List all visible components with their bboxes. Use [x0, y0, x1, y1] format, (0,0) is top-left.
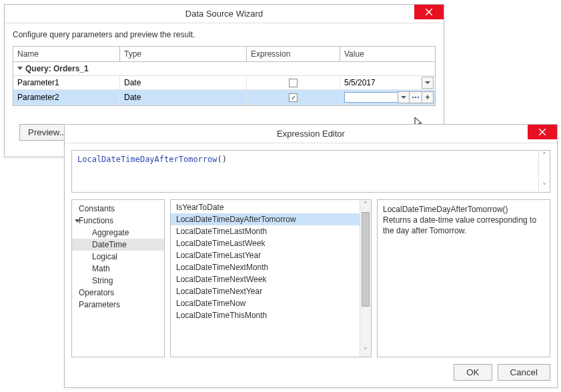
scroll-thumb[interactable] [362, 212, 370, 307]
table-row[interactable]: Parameter1 Date 5/5/2017 [13, 76, 435, 90]
list-item[interactable]: LocalDateTimeNextMonth [171, 261, 360, 273]
col-header-name[interactable]: Name [13, 47, 120, 62]
list-item[interactable]: LocalDateTimeLastYear [171, 249, 360, 261]
function-list: IsYearToDateLocalDateTimeDayAfterTomorro… [170, 199, 372, 357]
table-row[interactable]: Parameter2 Date ✓ + [13, 90, 435, 105]
expression-text: LocalDateTimeDayAfterTomorrow() [77, 155, 227, 164]
list-item[interactable]: LocalDateTimeLastWeek [171, 237, 360, 249]
list-item[interactable]: LocalDateTimeDayAfterTomorrow [171, 213, 360, 225]
chevron-down-icon [425, 81, 430, 84]
add-button[interactable]: + [422, 91, 434, 103]
grid-header: Name Type Expression Value [13, 46, 436, 62]
scroll-track[interactable] [360, 211, 371, 346]
tree-item-functions[interactable]: Functions [72, 215, 164, 227]
scroll-up-icon[interactable]: ˄ [539, 151, 550, 161]
tree-item-datetime[interactable]: DateTime [72, 239, 164, 251]
expression-editor-window: Expression Editor LocalDateTimeDayAfterT… [64, 124, 558, 388]
list-item[interactable]: LocalDateTimeLastMonth [171, 225, 360, 237]
tree-item-aggregate[interactable]: Aggregate [72, 227, 164, 239]
cell-type[interactable]: Date [120, 76, 247, 89]
description-body: Returns a date-time value corresponding … [383, 215, 544, 236]
checkbox-checked-icon[interactable]: ✓ [289, 93, 298, 102]
cell-expression[interactable] [247, 76, 340, 89]
close-button[interactable] [528, 125, 557, 139]
group-row[interactable]: Query: Orders_1 [13, 62, 435, 76]
close-icon [426, 7, 432, 17]
ee-title: Expression Editor [277, 129, 345, 139]
scroll-down-icon[interactable]: ˅ [360, 346, 371, 357]
value-text: 5/5/2017 [344, 78, 434, 87]
list-item[interactable]: IsYearToDate [171, 201, 360, 213]
list-item[interactable]: LocalDateTimeNow [171, 297, 360, 309]
ok-button[interactable]: OK [454, 364, 492, 381]
expression-input[interactable]: LocalDateTimeDayAfterTomorrow() ˄ ˅ [71, 150, 550, 193]
cell-name[interactable]: Parameter2 [13, 90, 120, 105]
plus-icon: + [425, 93, 430, 101]
cell-name[interactable]: Parameter1 [13, 76, 120, 89]
expression-scrollbar[interactable]: ˄ ˅ [538, 151, 550, 192]
expression-value-input[interactable] [344, 92, 398, 103]
ee-body: LocalDateTimeDayAfterTomorrow() ˄ ˅ Cons… [65, 143, 557, 387]
checkbox-unchecked-icon[interactable] [289, 79, 298, 87]
cell-type[interactable]: Date [120, 90, 247, 105]
category-tree: Constants Functions Aggregate DateTime L… [71, 199, 165, 357]
expression-editor-button[interactable] [409, 91, 422, 103]
tree-item-parameters[interactable]: Parameters [72, 299, 164, 311]
list-scrollbar[interactable]: ˄ ˅ [360, 200, 371, 357]
value-dropdown-button[interactable] [398, 91, 410, 103]
cell-value[interactable]: + [340, 90, 435, 105]
col-header-type[interactable]: Type [120, 47, 247, 62]
description-heading: LocalDateTimeDayAfterTomorrow() [383, 204, 544, 215]
dsw-title: Data Source Wizard [185, 9, 263, 19]
function-list-inner: IsYearToDateLocalDateTimeDayAfterTomorro… [171, 200, 360, 357]
cancel-button[interactable]: Cancel [498, 364, 551, 381]
list-item[interactable]: LocalDateTimeThisMonth [171, 309, 360, 321]
dsw-titlebar: Data Source Wizard [5, 5, 444, 23]
ellipsis-icon [412, 97, 419, 98]
value-dropdown-button[interactable] [422, 77, 434, 89]
list-item[interactable]: LocalDateTimeNextYear [171, 285, 360, 297]
tree-item-constants[interactable]: Constants [72, 203, 164, 215]
ee-titlebar: Expression Editor [65, 125, 557, 143]
chevron-down-icon [401, 96, 406, 99]
grid-body: Query: Orders_1 Parameter1 Date 5/5/2017… [13, 62, 436, 106]
close-button[interactable] [414, 5, 444, 19]
scroll-up-icon[interactable]: ˄ [360, 200, 371, 211]
scroll-down-icon[interactable]: ˅ [539, 181, 550, 192]
dsw-instruction: Configure query parameters and preview t… [13, 30, 436, 39]
col-header-value[interactable]: Value [340, 47, 435, 62]
tree-item-operators[interactable]: Operators [72, 287, 164, 299]
ee-footer: OK Cancel [71, 357, 550, 381]
col-header-expression[interactable]: Expression [247, 47, 340, 62]
close-icon [539, 127, 546, 137]
tree-item-string[interactable]: String [72, 275, 164, 287]
list-item[interactable]: LocalDateTimeNextWeek [171, 273, 360, 285]
group-label: Query: Orders_1 [25, 64, 89, 73]
tree-item-logical[interactable]: Logical [72, 251, 164, 263]
cell-value[interactable]: 5/5/2017 [340, 76, 435, 89]
tree-item-math[interactable]: Math [72, 263, 164, 275]
description-panel: LocalDateTimeDayAfterTomorrow() Returns … [377, 199, 550, 357]
cell-expression[interactable]: ✓ [247, 90, 340, 105]
